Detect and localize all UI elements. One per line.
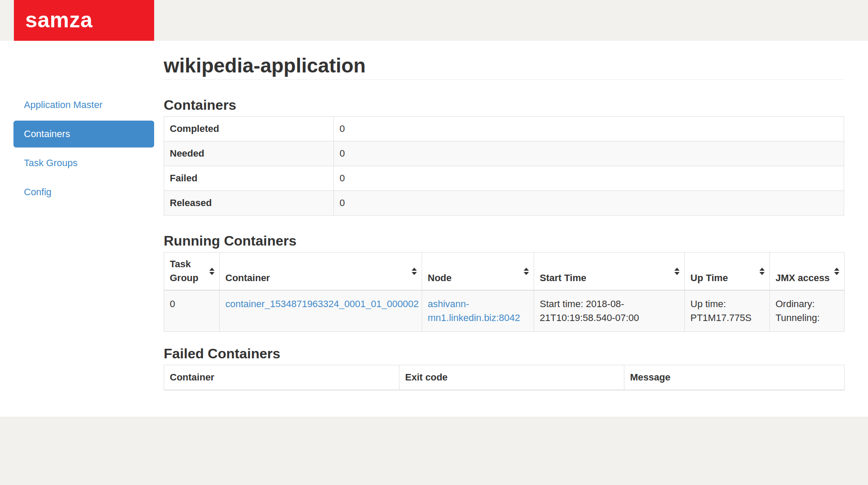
sidebar-item-label: Config [24,187,52,197]
sidebar-nav: Application Master Containers Task Group… [13,92,154,208]
sort-icon[interactable] [759,268,765,275]
sidebar-item-application-master[interactable]: Application Master [13,92,154,118]
sort-icon[interactable] [834,268,839,275]
column-header-label: Container [170,372,215,383]
column-header-task-group[interactable]: Task Group [164,252,220,291]
sort-icon[interactable] [524,268,529,275]
task-group-cell: 0 [164,290,220,332]
container-cell: container_1534871963324_0001_01_000002 [220,290,422,332]
failed-containers-heading: Failed Containers [164,346,844,361]
summary-label: Completed [164,117,334,141]
summary-value: 0 [334,141,844,166]
node-link[interactable]: ashivann-mn1.linkedin.biz:8042 [428,298,520,323]
sidebar-item-label: Application Master [24,99,102,110]
column-header-start-time[interactable]: Start Time [534,252,685,291]
summary-label: Failed [164,166,334,191]
sort-icon[interactable] [209,268,215,275]
column-header-exit-code: Exit code [399,365,624,390]
table-row: Released 0 [164,191,844,216]
sidebar-item-config[interactable]: Config [13,179,154,206]
sidebar-item-task-groups[interactable]: Task Groups [13,150,154,177]
sidebar-item-containers[interactable]: Containers [13,121,154,147]
column-header-label: Message [630,372,670,383]
up-time-cell: Up time: PT1M17.775S [685,290,770,332]
summary-value: 0 [334,166,844,191]
sort-icon[interactable] [412,268,417,275]
column-header-jmx-access[interactable]: JMX access [770,252,845,291]
samza-logo-text: samza [25,8,92,32]
containers-summary-table: Completed 0 Needed 0 Failed 0 Released 0 [164,116,844,216]
jmx-access-cell: Ordinary: Tunneling: [770,290,845,332]
container-link[interactable]: container_1534871963324_0001_01_000002 [225,298,419,309]
containers-section-heading: Containers [164,97,844,113]
column-header-failed-container: Container [164,365,399,390]
running-containers-table: Task Group Container Node Start Time [164,252,845,332]
top-band: samza [0,0,868,41]
column-header-node[interactable]: Node [422,252,534,291]
column-header-label: JMX access [776,272,830,283]
page-title: wikipedia-application [164,55,844,80]
running-containers-heading: Running Containers [164,233,844,249]
samza-logo: samza [14,0,154,41]
main-content: wikipedia-application Containers Complet… [164,51,844,390]
summary-value: 0 [334,191,844,216]
summary-label: Released [164,191,334,216]
footer-band [0,417,868,485]
table-row: Completed 0 [164,117,844,141]
column-header-label: Exit code [405,372,448,383]
start-time-cell: Start time: 2018-08-21T10:19:58.540-07:0… [534,290,685,332]
content-area: Application Master Containers Task Group… [0,41,868,417]
summary-label: Needed [164,141,334,166]
column-header-label: Up Time [690,272,728,283]
sort-icon[interactable] [674,268,680,275]
column-header-label: Start Time [540,272,586,283]
table-row: Failed 0 [164,166,844,191]
table-header-row: Task Group Container Node Start Time [164,252,845,291]
column-header-message: Message [624,365,845,390]
column-header-container[interactable]: Container [220,252,422,291]
column-header-label: Container [225,272,270,283]
node-cell: ashivann-mn1.linkedin.biz:8042 [422,290,534,332]
table-header-row: Container Exit code Message [164,365,845,390]
sidebar-item-label: Containers [24,128,70,139]
running-container-row: 0 container_1534871963324_0001_01_000002… [164,290,845,332]
summary-value: 0 [334,117,844,141]
table-row: Needed 0 [164,141,844,166]
failed-containers-table: Container Exit code Message [164,365,845,390]
column-header-label: Task Group [170,259,198,283]
sidebar-item-label: Task Groups [24,157,78,168]
column-header-up-time[interactable]: Up Time [685,252,770,291]
column-header-label: Node [428,272,452,283]
